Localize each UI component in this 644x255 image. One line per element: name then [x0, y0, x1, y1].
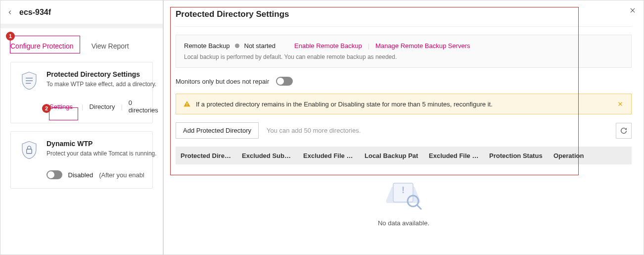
monitors-only-toggle[interactable]	[276, 77, 293, 86]
directory-label: Directory	[89, 103, 115, 110]
svg-rect-6	[186, 103, 187, 104]
column-local-backup-path: Local Backup Pat	[360, 152, 424, 159]
divider	[176, 26, 632, 27]
add-directory-row: Add Protected Directory You can add 50 m…	[176, 122, 632, 139]
column-protected-directory: Protected Direc…	[176, 152, 237, 159]
manage-remote-servers-link[interactable]: Manage Remote Backup Servers	[375, 42, 470, 50]
panel-title: Protected Directory Settings	[176, 9, 632, 19]
svg-line-13	[417, 205, 421, 209]
back-chevron-icon[interactable]	[6, 8, 15, 17]
column-excluded-file-type: Excluded File T…	[298, 152, 360, 159]
svg-text:!: !	[402, 185, 405, 195]
directories-count: 0 directories	[129, 99, 158, 114]
remote-backup-hint: Local backup is performed by default. Yo…	[184, 53, 623, 60]
page-header: ecs-934f	[0, 0, 163, 24]
monitors-only-row: Monitors only but does not repair	[176, 77, 632, 86]
shield-lock-icon	[19, 140, 40, 160]
remote-backup-info: Remote Backup Not started Enable Remote …	[176, 35, 632, 68]
refresh-button[interactable]	[616, 123, 632, 139]
svg-rect-7	[186, 105, 187, 105]
annotation-badge-1: 1	[6, 32, 15, 41]
card-title: Protected Directory Settings	[46, 70, 156, 78]
tab-configure-protection[interactable]: Configure Protection	[10, 38, 74, 54]
warning-close-icon[interactable]	[616, 100, 624, 108]
card-subtitle: Protect your data while Tomcat is runnin…	[46, 150, 157, 158]
card-dynamic-wtp: Dynamic WTP Protect your data while Tomc…	[10, 131, 153, 189]
separator: |	[367, 42, 370, 50]
remote-backup-status: Not started	[244, 42, 276, 50]
column-operation: Operation	[549, 152, 632, 159]
monitors-only-label: Monitors only but does not repair	[176, 78, 269, 85]
divider-strip	[0, 24, 163, 28]
warning-text: If a protected directory remains in the …	[196, 101, 616, 108]
status-dot-icon	[235, 44, 239, 48]
remote-backup-label: Remote Backup	[184, 42, 230, 50]
add-directory-hint: You can add 50 more directories.	[267, 127, 361, 134]
settings-link[interactable]: Settings	[46, 101, 76, 112]
table-header-row: Protected Direc… Excluded Subdi… Exclude…	[176, 147, 632, 164]
empty-state-icon: !	[382, 178, 425, 213]
card-title: Dynamic WTP	[46, 140, 157, 148]
column-protection-status: Protection Status	[484, 152, 549, 159]
dynamic-wtp-toggle-row: Disabled (After you enable	[46, 170, 144, 179]
card-links-row: Settings | Directory | 0 directories	[46, 99, 144, 114]
page-title: ecs-934f	[19, 8, 51, 17]
toggle-switch[interactable]	[46, 170, 62, 179]
table-empty-state: ! No data available.	[176, 164, 632, 227]
add-protected-directory-button[interactable]: Add Protected Directory	[176, 122, 259, 139]
left-underlay-page: ecs-934f Configure Protection View Repor…	[0, 0, 163, 255]
column-excluded-file-path: Excluded File P…	[424, 152, 484, 159]
separator: |	[82, 103, 83, 110]
empty-state-text: No data available.	[176, 219, 632, 227]
toggle-state-label: Disabled	[68, 171, 93, 179]
close-icon[interactable]	[628, 5, 638, 15]
tabs-row: Configure Protection View Report	[0, 28, 163, 54]
separator: |	[121, 103, 122, 110]
card-protected-directory: Protected Directory Settings To make WTP…	[10, 62, 153, 123]
warning-bar: If a protected directory remains in the …	[176, 94, 632, 114]
toggle-note: (After you enable	[99, 171, 144, 179]
warning-triangle-icon	[183, 100, 191, 108]
annotation-badge-2: 2	[42, 104, 51, 113]
shield-lines-icon	[19, 70, 40, 91]
settings-drawer: Protected Directory Settings Remote Back…	[163, 0, 644, 255]
tab-view-report[interactable]: View Report	[92, 38, 129, 54]
column-excluded-subdirectory: Excluded Subdi…	[237, 152, 298, 159]
enable-remote-backup-link[interactable]: Enable Remote Backup	[294, 42, 362, 50]
card-subtitle: To make WTP take effect, add a directory…	[46, 80, 156, 89]
